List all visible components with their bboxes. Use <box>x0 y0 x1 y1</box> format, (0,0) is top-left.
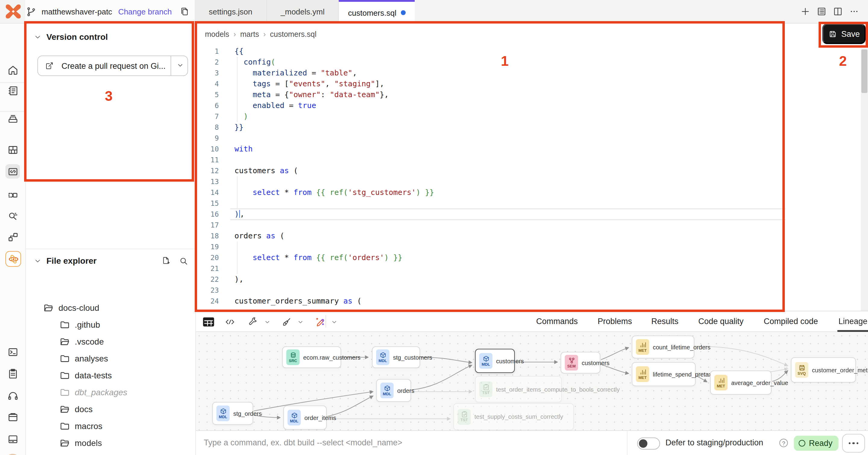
editor-tabs: settings.json_models.ymlcustomers.sql <box>195 0 415 23</box>
defer-toggle[interactable] <box>637 437 660 450</box>
command-input[interactable]: Type a command, ex. dbt build --select <… <box>204 431 402 455</box>
line-number: 11 <box>195 154 219 165</box>
file-tree-item-.vscode[interactable]: .vscode <box>60 334 104 349</box>
breadcrumb-segment[interactable]: marts <box>240 30 259 39</box>
file-tree-item-marts[interactable]: marts <box>76 453 112 455</box>
file-tree-item-dbt_packages[interactable]: dbt_packages <box>60 385 127 399</box>
file-tree-item-models[interactable]: models <box>60 436 102 450</box>
copilot-atom-icon[interactable] <box>5 251 21 267</box>
breadcrumb-segment[interactable]: models <box>205 30 229 39</box>
version-control-header[interactable]: Version control <box>34 32 108 41</box>
node-label: order_items <box>304 414 336 421</box>
editor-tab-settings.json[interactable]: settings.json <box>195 0 267 23</box>
file-explorer-header[interactable]: File explorer <box>34 256 97 265</box>
bottom-tab-code-quality[interactable]: Code quality <box>698 311 744 332</box>
bottom-tab-lineage[interactable]: Lineage <box>838 311 867 332</box>
lineage-node-ecom-raw-customers[interactable]: SRCecom.raw_customers <box>282 346 341 368</box>
copilot-dropdown-chevron-icon[interactable] <box>330 318 338 326</box>
more-actions-button[interactable] <box>842 434 865 453</box>
line-number: 21 <box>195 263 219 274</box>
lineage-node-order-items[interactable]: MDLorder_items <box>283 405 327 430</box>
file-tree-item-docs-cloud[interactable]: docs-cloud <box>43 301 99 315</box>
file-tree-item-.github[interactable]: .github <box>60 317 100 332</box>
clipboard-icon[interactable] <box>5 366 20 381</box>
orchestration-icon[interactable] <box>5 188 20 202</box>
line-number: 13 <box>195 176 219 187</box>
bottom-tab-results[interactable]: Results <box>651 311 678 332</box>
avatar <box>6 454 19 455</box>
file-tree-item-data-tests[interactable]: data-tests <box>60 368 112 382</box>
bottom-tab-compiled-code[interactable]: Compiled code <box>764 311 818 332</box>
lineage-node-average-order-value[interactable]: METaverage_order_value <box>710 371 772 395</box>
explore-search-icon[interactable] <box>5 208 20 223</box>
breadcrumb-segment[interactable]: customers.sql <box>270 30 316 39</box>
code-editor-icon[interactable] <box>5 164 20 179</box>
line-number: 1 <box>195 46 219 57</box>
file-tree-item-macros[interactable]: macros <box>60 419 102 433</box>
headset-icon[interactable] <box>5 389 20 403</box>
create-pr-button[interactable]: Create a pull request on Gi... <box>37 56 188 76</box>
save-button[interactable]: Save <box>822 24 866 44</box>
status-badge[interactable]: Ready <box>794 436 838 451</box>
drawers-icon[interactable] <box>5 111 20 125</box>
table-preview-icon[interactable] <box>203 317 215 327</box>
terminal-icon[interactable] <box>5 345 20 359</box>
lineage-node-stg-customers[interactable]: MDLstg_customers <box>372 346 420 368</box>
lineage-node-test-order-items[interactable]: TSTtest_order_items_compute_to_bools_cor… <box>475 376 562 402</box>
user-avatar[interactable] <box>5 453 20 455</box>
left-panel: Version control Create a pull request on… <box>25 23 196 455</box>
folder-open-icon <box>60 336 70 347</box>
lineage-node-customers-semantic[interactable]: SEMcustomers <box>561 352 600 373</box>
bottom-tab-commands[interactable]: Commands <box>536 311 578 332</box>
copilot-wand-icon[interactable] <box>314 316 326 328</box>
format-broom-icon[interactable] <box>281 316 292 328</box>
file-tree-item-analyses[interactable]: analyses <box>60 351 108 366</box>
code-editor-pane[interactable]: models›marts›customers.sql 1{{2 config(3… <box>195 23 868 311</box>
folder-tray-icon[interactable] <box>5 410 20 424</box>
line-number: 16 <box>195 209 219 220</box>
editor-tab-_models.yml[interactable]: _models.yml <box>267 0 339 23</box>
scrollbar-thumb[interactable] <box>861 50 867 93</box>
lineage-node-orders-model[interactable]: MDLorders <box>376 379 411 402</box>
format-dropdown-chevron-icon[interactable] <box>297 318 304 326</box>
change-branch-link[interactable]: Change branch <box>118 7 172 16</box>
lineage-node-customers-model[interactable]: MDLcustomers <box>475 349 515 373</box>
help-icon[interactable]: ? <box>779 439 788 447</box>
dbt-logo[interactable] <box>5 3 22 20</box>
editor-tab-customers.sql[interactable]: customers.sql <box>339 0 415 24</box>
storage-icon[interactable] <box>5 431 20 446</box>
new-file-icon[interactable] <box>161 256 171 266</box>
lineage-node-lifetime-spend-pretax[interactable]: METlifetime_spend_pretax <box>632 362 695 386</box>
git-branch-icon <box>25 6 37 17</box>
editor-scrollbar[interactable] <box>861 48 868 312</box>
code-icon[interactable] <box>224 316 236 328</box>
copy-icon[interactable] <box>179 6 190 17</box>
code-editor-area[interactable]: 1{{2 config(3 materialized = "table",4 t… <box>195 46 789 307</box>
lineage-canvas[interactable]: SRCecom.raw_customersMDLstg_customersMDL… <box>195 332 868 430</box>
file-tree-item-docs[interactable]: docs <box>60 402 93 416</box>
more-options-icon[interactable] <box>849 6 860 17</box>
mdl-icon <box>483 356 489 362</box>
lineage-node-count-lifetime-orders[interactable]: METcount_lifetime_orders <box>632 336 694 359</box>
pr-dropdown-chevron-icon[interactable] <box>176 61 184 69</box>
search-icon[interactable] <box>179 256 189 266</box>
met-icon <box>718 377 724 384</box>
panel-list-icon[interactable] <box>816 6 827 17</box>
semantic-layer-icon[interactable] <box>5 229 20 244</box>
code-line-9: 9 <box>195 133 789 144</box>
code-line-8: 8}} <box>195 122 789 133</box>
dashboard-icon[interactable] <box>5 142 20 157</box>
bottom-tab-problems[interactable]: Problems <box>598 311 632 332</box>
line-number: 17 <box>195 220 219 230</box>
lineage-node-customer-order-metrics[interactable]: SVQcustomer_order_metrics <box>791 357 856 382</box>
build-dropdown-chevron-icon[interactable] <box>264 318 271 326</box>
split-columns-icon[interactable] <box>832 6 843 17</box>
lineage-node-test-supply-costs[interactable]: TSTtest_supply_costs_sum_correctly <box>453 403 574 430</box>
code-line-6: 6 enabled = true <box>195 100 789 111</box>
catalog-icon[interactable] <box>5 83 20 98</box>
build-wrench-icon[interactable] <box>248 316 258 328</box>
lineage-node-stg-orders[interactable]: MDLstg_orders <box>212 402 253 425</box>
new-tab-plus-icon[interactable] <box>800 6 811 17</box>
home-icon[interactable] <box>5 63 20 77</box>
node-label: orders <box>397 387 414 394</box>
